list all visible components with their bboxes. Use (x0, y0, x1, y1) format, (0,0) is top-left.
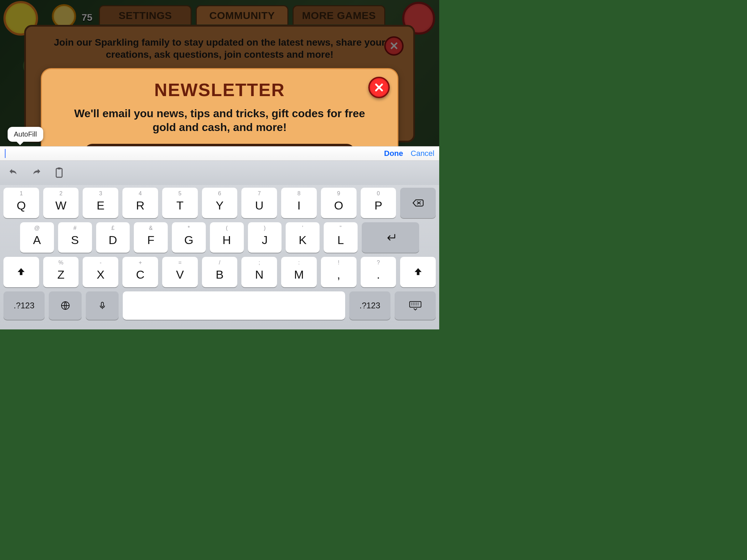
keyboard-row-1: 1Q 2W 3E 4R 5T 6Y 7U 8I 9O 0P (3, 188, 436, 218)
undo-button[interactable] (8, 167, 19, 179)
key-n[interactable]: ;N (241, 257, 277, 287)
key-comma[interactable]: !, (321, 257, 357, 287)
text-input-accessory: Done Cancel (0, 146, 439, 161)
key-r[interactable]: 4R (122, 188, 158, 218)
key-i[interactable]: 8I (281, 188, 317, 218)
key-space[interactable] (123, 291, 345, 320)
key-m[interactable]: :M (281, 257, 317, 287)
key-backspace[interactable] (400, 188, 436, 218)
newsletter-close-button[interactable] (368, 77, 390, 98)
key-g[interactable]: *G (172, 222, 206, 253)
key-dictation[interactable] (86, 291, 119, 320)
svg-rect-0 (56, 168, 62, 177)
key-dismiss-keyboard[interactable] (395, 291, 436, 320)
key-a[interactable]: @A (20, 222, 54, 253)
undo-icon (8, 167, 19, 179)
key-t[interactable]: 5T (162, 188, 198, 218)
key-v[interactable]: =V (162, 257, 198, 287)
key-z[interactable]: %Z (43, 257, 79, 287)
key-s[interactable]: #S (58, 222, 92, 253)
key-return[interactable] (362, 222, 419, 253)
key-h[interactable]: (H (210, 222, 244, 253)
paste-button[interactable] (53, 167, 65, 179)
newsletter-title: NEWSLETTER (63, 80, 377, 100)
key-shift-right[interactable] (400, 257, 436, 287)
return-icon (384, 232, 397, 243)
newsletter-body: We'll email you news, tips and tricks, g… (63, 106, 377, 134)
key-q[interactable]: 1Q (3, 188, 39, 218)
shift-icon (413, 267, 423, 277)
email-text-input[interactable] (7, 148, 377, 159)
key-k[interactable]: 'K (286, 222, 320, 253)
keyboard-row-3: %Z -X +C =V /B ;N :M !, ?. (3, 257, 436, 287)
key-o[interactable]: 9O (321, 188, 357, 218)
redo-icon (30, 167, 42, 179)
onscreen-keyboard: 1Q 2W 3E 4R 5T 6Y 7U 8I 9O 0P @A #S £D &… (0, 185, 439, 329)
key-y[interactable]: 6Y (202, 188, 238, 218)
key-globe[interactable] (49, 291, 82, 320)
key-x[interactable]: -X (83, 257, 118, 287)
autofill-suggestion[interactable]: AutoFill (8, 127, 43, 142)
key-period[interactable]: ?. (361, 257, 396, 287)
key-w[interactable]: 2W (43, 188, 79, 218)
redo-button[interactable] (30, 167, 42, 179)
svg-rect-4 (409, 301, 421, 307)
backspace-icon (412, 198, 424, 208)
key-number-switch-right[interactable]: .?123 (349, 291, 390, 320)
key-number-switch-left[interactable]: .?123 (3, 291, 45, 320)
svg-rect-3 (101, 302, 104, 307)
key-shift-left[interactable] (3, 257, 39, 287)
key-u[interactable]: 7U (241, 188, 277, 218)
key-f[interactable]: &F (134, 222, 168, 253)
clipboard-icon (53, 167, 65, 179)
close-icon (374, 82, 384, 93)
cancel-button[interactable]: Cancel (411, 149, 434, 158)
key-p[interactable]: 0P (361, 188, 396, 218)
keyboard-shortcut-row (0, 161, 439, 185)
done-button[interactable]: Done (384, 149, 403, 158)
microphone-icon (98, 300, 107, 311)
svg-rect-1 (58, 167, 61, 169)
hide-keyboard-icon (408, 300, 422, 311)
key-l[interactable]: "L (324, 222, 358, 253)
keyboard-row-2: @A #S £D &F *G (H )J 'K "L (3, 222, 436, 253)
key-c[interactable]: +C (122, 257, 158, 287)
key-j[interactable]: )J (248, 222, 282, 253)
globe-icon (60, 300, 71, 311)
shift-icon (16, 267, 26, 277)
key-d[interactable]: £D (96, 222, 130, 253)
keyboard-row-4: .?123 .?123 (3, 291, 436, 320)
key-e[interactable]: 3E (83, 188, 118, 218)
key-b[interactable]: /B (202, 257, 238, 287)
text-cursor (5, 149, 6, 158)
